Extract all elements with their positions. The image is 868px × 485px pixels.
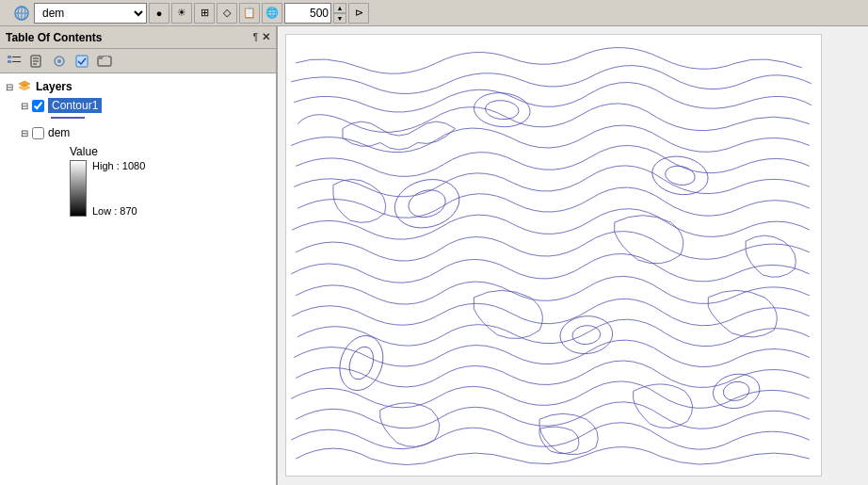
toc-close-btn[interactable]: ✕ <box>262 31 270 43</box>
sun-icon[interactable]: ☀ <box>171 3 192 24</box>
grid-icon[interactable]: ⊞ <box>194 3 215 24</box>
dem-collapse-icon: ⊟ <box>21 128 28 138</box>
svg-rect-20 <box>286 35 821 476</box>
toc-tool-source-btn[interactable] <box>26 52 47 71</box>
toc-pin-btn[interactable]: ¶ <box>253 32 258 42</box>
contour1-line-symbol <box>51 117 85 119</box>
contour1-layer-group: ⊟ Contour1 <box>2 96 274 119</box>
contour-svg <box>286 35 821 476</box>
toc-tool-sel-btn[interactable] <box>72 52 92 71</box>
layers-root[interactable]: ⊟ Layers <box>2 77 274 96</box>
svg-rect-4 <box>8 56 11 58</box>
toc-content: ⊟ Layers ⊟ Contour1 <box>0 73 276 485</box>
dem-legend-title: Value <box>70 145 274 158</box>
map-view[interactable] <box>278 26 868 485</box>
toc-header-icons: ¶ ✕ <box>253 31 270 43</box>
dem-legend: Value High : 1080 Low : 870 <box>70 145 274 217</box>
svg-marker-19 <box>19 85 30 90</box>
dem-layer-group: ⊟ dem Value High : 1080 Low : 870 <box>2 124 274 217</box>
dem-checkbox[interactable] <box>32 127 44 139</box>
dem-gradient-bar <box>70 160 87 217</box>
contour1-legend <box>51 117 274 119</box>
top-toolbar: demdem ● ☀ ⊞ ◇ 📋 🌐 ▲ ▼ ⊳ <box>0 0 868 26</box>
toc-tool-vis-btn[interactable] <box>49 52 70 71</box>
main-area: Table Of Contents ¶ ✕ <box>0 26 868 485</box>
toc-header: Table Of Contents ¶ ✕ <box>0 26 276 49</box>
dem-header[interactable]: ⊟ dem <box>17 124 274 141</box>
zoom-input[interactable] <box>284 3 331 24</box>
layers-collapse-icon: ⊟ <box>6 82 13 92</box>
svg-point-13 <box>57 59 61 63</box>
contour1-header[interactable]: ⊟ Contour1 <box>17 96 274 115</box>
dem-gradient: High : 1080 Low : 870 <box>70 160 274 217</box>
extra-btn[interactable]: ⊳ <box>348 3 369 24</box>
layers-stack-icon <box>17 79 32 94</box>
globe-icon <box>11 3 32 24</box>
contour1-collapse-icon: ⊟ <box>21 101 28 111</box>
layer-dropdown[interactable]: demdem <box>34 3 147 24</box>
dem-high-label: High : 1080 <box>92 160 145 171</box>
dem-low-label: Low : 870 <box>92 205 145 217</box>
book-icon[interactable]: 📋 <box>239 3 260 24</box>
toc-title: Table Of Contents <box>6 31 102 44</box>
contour1-checkbox[interactable] <box>32 100 44 112</box>
dem-name: dem <box>48 126 70 139</box>
contour1-name: Contour1 <box>48 98 102 113</box>
half-circle-icon[interactable]: ● <box>149 3 169 24</box>
svg-rect-16 <box>98 57 103 59</box>
toc-toolbar <box>0 49 276 73</box>
toc-tool-list-btn[interactable] <box>4 52 24 71</box>
diamond-icon[interactable]: ◇ <box>217 3 237 24</box>
svg-rect-17 <box>104 57 108 59</box>
toc-tool-tab-btn[interactable] <box>94 52 115 71</box>
zoom-spinner: ▲ ▼ <box>333 3 346 24</box>
globe-icon2[interactable]: 🌐 <box>262 3 282 24</box>
svg-rect-14 <box>76 56 88 67</box>
toc-panel: Table Of Contents ¶ ✕ <box>0 26 278 485</box>
layer-select-group: demdem ● ☀ ⊞ ◇ 📋 🌐 ▲ ▼ ⊳ <box>11 3 369 24</box>
zoom-down-btn[interactable]: ▼ <box>333 13 346 24</box>
zoom-up-btn[interactable]: ▲ <box>333 3 346 13</box>
map-canvas <box>285 34 822 477</box>
layers-label: Layers <box>36 80 72 93</box>
svg-rect-5 <box>8 60 11 63</box>
dem-gradient-labels: High : 1080 Low : 870 <box>92 160 145 217</box>
